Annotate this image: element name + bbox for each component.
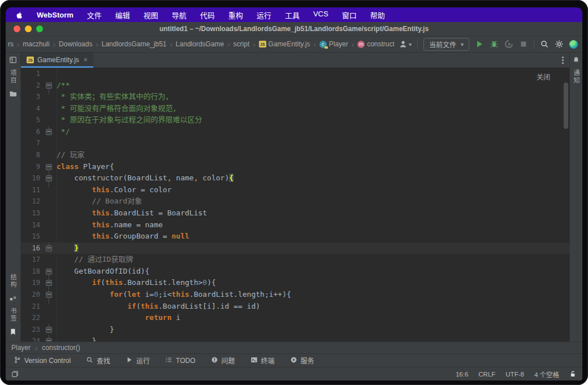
code-line[interactable]: 16 } — [21, 243, 569, 254]
search-everywhere-icon[interactable] — [540, 40, 549, 49]
fold-marker-icon[interactable] — [46, 338, 52, 341]
menu-item[interactable]: 工具 — [285, 10, 300, 20]
code-line[interactable]: 23 } — [21, 324, 569, 336]
fold-marker-icon[interactable] — [46, 245, 52, 252]
menu-item[interactable]: 运行 — [257, 10, 271, 20]
code-line[interactable]: 19 if(this.BoardList.length>0){ — [21, 277, 569, 289]
menu-item[interactable]: 代码 — [200, 10, 215, 20]
tool-window-button-问题[interactable]: 问题 — [211, 356, 235, 365]
caret-position[interactable]: 16:6 — [456, 371, 468, 378]
code-line[interactable]: 4 * 可能没有严格符合面向对象规范， — [21, 103, 569, 115]
code-line[interactable]: 1 — [21, 68, 569, 80]
fold-marker-icon[interactable] — [46, 129, 52, 135]
close-window-button[interactable] — [14, 25, 20, 32]
code-line[interactable]: 21 if(this.BoardList[i].id == id) — [21, 301, 569, 313]
code-line[interactable]: 8// 玩家 — [21, 149, 569, 161]
code-line[interactable]: 18 GetBoardOfID(id){ — [21, 266, 569, 278]
apple-menu-icon[interactable] — [15, 11, 23, 19]
unlocked-icon[interactable] — [569, 370, 577, 378]
zoom-window-button[interactable] — [36, 25, 43, 32]
fold-marker-icon[interactable] — [46, 175, 52, 181]
code-line[interactable]: 20 for(let i=0;i<this.BoardList.length;i… — [21, 289, 569, 301]
breadcrumb-item[interactable]: JSGameEntity.js — [259, 40, 310, 48]
code-line[interactable]: 13 this.BoardList = BoardList — [21, 207, 569, 219]
menu-item[interactable]: 导航 — [172, 10, 187, 20]
settings-gear-icon[interactable] — [555, 40, 564, 49]
minimize-window-button[interactable] — [25, 25, 32, 32]
menu-item[interactable]: 重构 — [228, 10, 243, 20]
code-line[interactable]: 22 return i — [21, 312, 569, 324]
menu-item[interactable]: VCS — [313, 10, 328, 20]
profiler-button[interactable] — [504, 40, 513, 49]
code-line[interactable]: 3 * 实体类；有些实体其中的行为， — [21, 91, 569, 103]
fold-marker-icon[interactable] — [46, 83, 52, 89]
fold-marker-icon[interactable] — [46, 292, 52, 298]
debug-button[interactable] — [490, 40, 499, 49]
project-stripe-label[interactable]: 项目 — [8, 70, 18, 84]
notifications-stripe-label[interactable]: 通知 — [572, 70, 581, 84]
folder-icon[interactable] — [9, 90, 17, 98]
file-encoding[interactable]: UTF-8 — [505, 371, 524, 378]
code-line[interactable]: 7 — [21, 137, 569, 149]
indent-setting[interactable]: 4 个空格 — [534, 370, 559, 379]
tool-window-button-version-control[interactable]: Version Control — [14, 356, 71, 365]
breadcrumb-item[interactable]: Downloads — [59, 40, 92, 48]
code-line[interactable]: 2/** — [21, 80, 569, 92]
code-line[interactable]: 6 */ — [21, 126, 569, 138]
run-configuration-dropdown[interactable]: 当前文件 ▾ — [423, 38, 469, 51]
run-button[interactable] — [475, 40, 484, 49]
menu-item[interactable]: 窗口 — [342, 10, 357, 20]
tool-window-button-服务[interactable]: 服务 — [290, 356, 314, 365]
bottom-breadcrumb-item[interactable]: Player — [11, 344, 31, 352]
tool-window-button-终端[interactable]: 终端 — [250, 356, 275, 365]
code-line[interactable]: 15 this.GroupBoard = null — [21, 231, 569, 243]
menu-item[interactable]: 编辑 — [115, 10, 130, 20]
code-line[interactable]: 5 * 原因在于对象与过程之间的界限难以区分 — [21, 114, 569, 126]
breadcrumb-item[interactable]: LandlordsGame — [176, 40, 224, 48]
stop-button[interactable] — [519, 40, 528, 49]
fold-marker-icon[interactable] — [46, 269, 52, 275]
tab-gameentity-js[interactable]: JS GameEntity.js × — [21, 53, 93, 67]
code-line[interactable]: 24 } — [21, 335, 569, 341]
code-line[interactable]: 14 this.name = name — [21, 219, 569, 231]
code-line[interactable]: 10 constructor(BoardList, name, color){ — [21, 172, 569, 184]
breadcrumb-item[interactable]: script — [234, 40, 250, 48]
fold-marker-icon[interactable] — [46, 280, 52, 286]
tool-window-button-todo[interactable]: TODO — [165, 356, 195, 365]
code-editor[interactable]: 关闭 12/**3 * 实体类；有些实体其中的行为，4 * 可能没有严格符合面向… — [21, 68, 569, 341]
breadcrumb-item[interactable]: LandlordsGame_jb51 — [102, 40, 167, 48]
right-tool-stripe: 通知 — [569, 53, 582, 341]
tool-window-button-查找[interactable]: 查找 — [86, 356, 110, 365]
notifications-bell-icon[interactable] — [572, 56, 580, 64]
breadcrumb-item[interactable]: cPlayer — [319, 40, 348, 48]
project-tool-icon[interactable] — [9, 56, 17, 64]
menu-item[interactable]: 视图 — [144, 10, 158, 20]
menu-app-name[interactable]: WebStorm — [37, 11, 74, 19]
fold-marker-icon[interactable] — [46, 164, 52, 170]
fold-marker-icon[interactable] — [46, 327, 52, 333]
code-with-me-icon[interactable] — [569, 40, 578, 49]
line-number: 4 — [21, 103, 40, 115]
code-line[interactable]: 9class Player{ — [21, 161, 569, 173]
line-separator[interactable]: CRLF — [478, 371, 495, 378]
structure-stripe-label[interactable]: 结构 — [8, 274, 18, 288]
tool-window-switcher-icon[interactable] — [11, 370, 19, 378]
structure-icon[interactable] — [9, 294, 17, 302]
bookmarks-stripe-label[interactable]: 书签 — [8, 308, 18, 322]
class-icon: c — [319, 41, 327, 48]
code-line[interactable]: 12 // Board对象 — [21, 196, 569, 207]
breadcrumb-item[interactable]: maczhuli — [23, 40, 49, 48]
tab-close-icon[interactable]: × — [84, 56, 88, 64]
breadcrumb-item[interactable]: rs — [8, 40, 14, 48]
bottom-breadcrumb-item[interactable]: constructor() — [42, 344, 80, 352]
code-line[interactable]: 11 this.Color = color — [21, 184, 569, 196]
bookmark-icon[interactable] — [9, 328, 17, 336]
code-line[interactable]: 17 // 通过ID获取牌 — [21, 254, 569, 266]
breadcrumb-item[interactable]: mconstructor() — [357, 40, 394, 48]
left-stripe-top: 项目 — [8, 56, 18, 98]
menu-item[interactable]: 帮助 — [370, 10, 385, 20]
tool-window-button-运行[interactable]: 运行 — [126, 356, 150, 365]
menu-item[interactable]: 文件 — [87, 10, 102, 20]
user-dropdown[interactable]: ▾ — [399, 40, 412, 49]
tab-overflow-menu-icon[interactable] — [562, 59, 564, 61]
